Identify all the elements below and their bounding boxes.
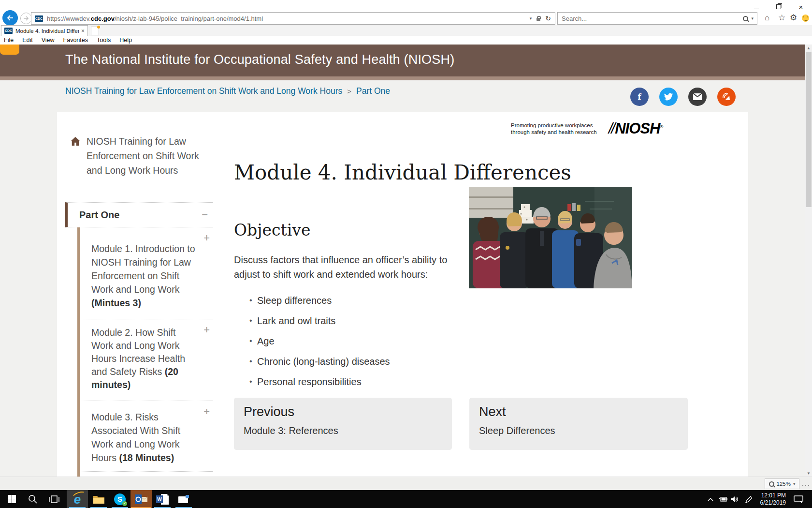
content-photo xyxy=(469,187,632,288)
logo-tagline-line1: Promoting productive workplaces xyxy=(511,122,606,129)
taskbar: e S W xyxy=(0,490,812,508)
previous-button[interactable]: Previous Module 3: References xyxy=(234,398,452,450)
search-icon xyxy=(28,494,38,504)
envelope-glyph xyxy=(693,93,702,101)
minimize-button[interactable] xyxy=(748,2,765,12)
content-card: NIOSH Training for Law Enforcement on Sh… xyxy=(57,112,748,477)
breadcrumb-separator: > xyxy=(347,87,351,95)
objective-list: Sleep differences Lark and owl traits Ag… xyxy=(234,294,390,396)
menu-favorites[interactable]: Favorites xyxy=(63,37,88,44)
scroll-up-icon[interactable]: ▲ xyxy=(805,45,812,51)
tab-band: CDC Module 4. Individual Differe... × xyxy=(0,25,812,36)
intro-text: Discuss factors that influence an office… xyxy=(234,253,460,282)
sidebar-item-module1[interactable]: Module 1. Introduction to NIOSH Training… xyxy=(80,227,213,319)
address-dropdown-icon[interactable]: ▾ xyxy=(530,16,532,21)
taskbar-word[interactable]: W xyxy=(152,490,173,508)
battery-status[interactable] xyxy=(717,490,729,508)
expand-icon[interactable]: + xyxy=(203,231,210,245)
search-dropdown-icon[interactable]: ▾ xyxy=(751,16,754,21)
search-box[interactable]: ▾ xyxy=(557,12,757,25)
close-icon: × xyxy=(799,3,803,11)
previous-target: Module 3: References xyxy=(244,425,452,436)
sidebar-item-module2[interactable]: Module 2. How Shift Work and Long Work H… xyxy=(80,319,213,401)
breadcrumb-root-link[interactable]: NIOSH Training for Law Enforcement on Sh… xyxy=(65,86,342,96)
search-input[interactable] xyxy=(558,15,743,22)
pen-settings[interactable] xyxy=(742,490,754,508)
feedback-smiley-icon[interactable] xyxy=(802,15,809,22)
list-item: Personal responsibilities xyxy=(234,375,390,388)
module1-duration: (Mintues 3) xyxy=(91,298,141,308)
taskbar-skype[interactable]: S xyxy=(109,490,130,508)
battery-icon xyxy=(718,496,728,502)
address-bar[interactable]: CDC https://wwwdev.cdc.gov/niosh/z-lab-9… xyxy=(31,12,555,25)
sidebar-section-part-one[interactable]: Part One − xyxy=(65,202,213,227)
facebook-icon[interactable]: f xyxy=(630,88,649,106)
previous-label: Previous xyxy=(244,404,452,419)
home-house-icon xyxy=(70,136,81,146)
outlook-icon xyxy=(135,493,148,505)
twitter-icon[interactable] xyxy=(659,88,678,106)
search-icon[interactable] xyxy=(743,16,748,21)
module3-duration: (18 Minutes) xyxy=(119,452,174,463)
new-tab-button[interactable] xyxy=(91,27,99,35)
taskbar-outlook[interactable] xyxy=(130,490,152,508)
skip-link-tab[interactable] xyxy=(0,45,19,55)
restore-button[interactable] xyxy=(770,2,787,12)
list-item: Age xyxy=(234,335,390,347)
breadcrumb-current-link[interactable]: Part One xyxy=(356,86,390,96)
facebook-f-glyph: f xyxy=(635,92,644,102)
close-button[interactable]: × xyxy=(793,2,809,12)
sidebar-item-module4-current[interactable]: Module 4. Individual − xyxy=(80,472,213,477)
zoom-control[interactable]: 125% ▾ xyxy=(765,478,799,489)
back-arrow-icon xyxy=(6,14,14,22)
lock-icon[interactable] xyxy=(536,18,540,21)
niosh-logotype: //NIOSH® xyxy=(609,120,663,137)
task-view-button[interactable] xyxy=(44,490,65,508)
menu-help[interactable]: Help xyxy=(119,37,132,44)
tab-close-icon[interactable]: × xyxy=(81,28,85,34)
back-button[interactable] xyxy=(2,10,18,26)
section-label: Part One xyxy=(79,209,119,221)
svg-text:f: f xyxy=(638,92,642,102)
tray-expand-button[interactable] xyxy=(705,490,716,508)
start-button[interactable] xyxy=(1,490,22,508)
sidebar-item-module3[interactable]: Module 3. Risks Associated With Shift Wo… xyxy=(80,401,213,472)
scroll-down-icon[interactable]: ▼ xyxy=(805,470,812,477)
taskbar-search-button[interactable] xyxy=(22,490,44,508)
mail-app-icon xyxy=(178,495,189,504)
menu-tools[interactable]: Tools xyxy=(97,37,111,44)
menu-view[interactable]: View xyxy=(42,37,55,44)
next-button[interactable]: Next Sleep Differences xyxy=(469,398,688,450)
tab-module4[interactable]: CDC Module 4. Individual Differe... × xyxy=(1,25,88,36)
taskbar-file-explorer[interactable] xyxy=(88,490,109,508)
favorites-star-icon[interactable]: ☆ xyxy=(778,14,785,22)
forward-button[interactable] xyxy=(20,13,32,24)
resize-grip xyxy=(802,485,812,487)
url-text: https://wwwdev.cdc.gov/niosh/z-lab-945/p… xyxy=(47,15,263,22)
scrollbar-thumb[interactable] xyxy=(806,52,812,207)
expand-icon[interactable]: + xyxy=(203,323,210,336)
settings-gear-icon[interactable]: ⚙ xyxy=(790,14,797,22)
menu-bar: File Edit View Favorites Tools Help xyxy=(0,36,812,45)
clock[interactable]: 12:01 PM 6/21/2019 xyxy=(755,490,786,508)
cdc-favicon: CDC xyxy=(4,28,13,34)
volume-control[interactable] xyxy=(729,490,740,508)
syndication-icon[interactable] xyxy=(717,88,736,106)
refresh-icon[interactable]: ↻ xyxy=(545,15,551,22)
site-banner: The National Institute for Occupational … xyxy=(0,45,805,76)
sidebar-home-item[interactable]: NIOSH Training for Law Enforcement on Sh… xyxy=(70,134,215,178)
menu-file[interactable]: File xyxy=(4,37,14,44)
collapse-icon[interactable]: − xyxy=(202,209,208,221)
clock-time: 12:01 PM xyxy=(760,492,786,499)
expand-icon[interactable]: + xyxy=(203,405,210,418)
svg-text:W: W xyxy=(157,497,162,502)
action-center-button[interactable] xyxy=(790,490,807,508)
vertical-scrollbar[interactable]: ▲ ▼ xyxy=(805,45,812,477)
taskbar-mail[interactable] xyxy=(173,490,194,508)
breadcrumb: NIOSH Training for Law Enforcement on Sh… xyxy=(65,86,390,96)
syndication-glyph xyxy=(721,91,732,102)
email-icon[interactable] xyxy=(688,88,707,106)
taskbar-internet-explorer[interactable]: e xyxy=(67,490,88,508)
home-icon[interactable]: ⌂ xyxy=(765,14,769,22)
menu-edit[interactable]: Edit xyxy=(22,37,33,44)
